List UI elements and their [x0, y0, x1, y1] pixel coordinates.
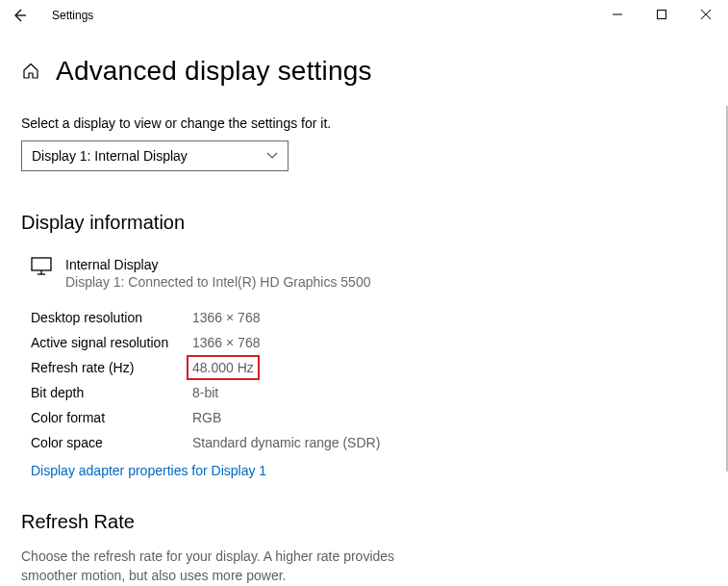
- info-label: Active signal resolution: [31, 330, 192, 355]
- info-label: Desktop resolution: [31, 305, 192, 330]
- display-select-value: Display 1: Internal Display: [32, 148, 188, 164]
- display-name: Internal Display: [65, 257, 370, 272]
- refresh-rate-highlight: 48.000 Hz: [187, 355, 260, 380]
- refresh-rate-description: Choose the refresh rate for your display…: [21, 547, 406, 585]
- info-value: 8-bit: [192, 380, 218, 405]
- info-label: Bit depth: [31, 380, 192, 405]
- table-row: Desktop resolution 1366 × 768: [31, 305, 707, 330]
- page-title: Advanced display settings: [56, 56, 372, 87]
- svg-rect-1: [32, 258, 51, 270]
- chevron-down-icon: [266, 150, 278, 162]
- table-row: Active signal resolution 1366 × 768: [31, 330, 707, 355]
- minimize-button[interactable]: [595, 0, 640, 29]
- display-info-heading: Display information: [21, 212, 707, 234]
- info-value: Standard dynamic range (SDR): [192, 430, 380, 455]
- display-select[interactable]: Display 1: Internal Display: [21, 140, 289, 171]
- info-value: 1366 × 768: [192, 305, 260, 330]
- back-button[interactable]: [8, 4, 31, 27]
- table-row: Refresh rate (Hz) 48.000 Hz: [31, 355, 707, 380]
- table-row: Bit depth 8-bit: [31, 380, 707, 405]
- display-subtitle: Display 1: Connected to Intel(R) HD Grap…: [65, 274, 370, 290]
- display-info-table: Desktop resolution 1366 × 768 Active sig…: [21, 305, 707, 455]
- monitor-icon: [31, 257, 52, 276]
- table-row: Color format RGB: [31, 405, 707, 430]
- refresh-rate-heading: Refresh Rate: [21, 511, 707, 533]
- info-value: RGB: [192, 405, 221, 430]
- info-label: Color format: [31, 405, 192, 430]
- maximize-button[interactable]: [640, 0, 684, 29]
- svg-rect-0: [658, 11, 666, 19]
- adapter-properties-link[interactable]: Display adapter properties for Display 1: [21, 463, 707, 478]
- info-label: Color space: [31, 430, 192, 455]
- info-label: Refresh rate (Hz): [31, 355, 192, 380]
- window-title: Settings: [52, 9, 93, 22]
- table-row: Color space Standard dynamic range (SDR): [31, 430, 707, 455]
- close-button[interactable]: [684, 0, 728, 29]
- select-prompt: Select a display to view or change the s…: [21, 115, 707, 131]
- info-value: 1366 × 768: [192, 330, 260, 355]
- home-icon[interactable]: [21, 62, 40, 81]
